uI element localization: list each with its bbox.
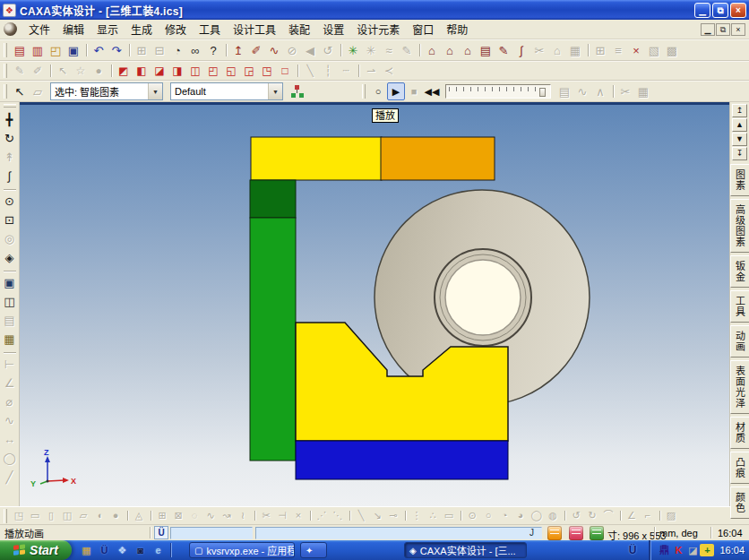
red-spline-icon[interactable]: ∫: [512, 41, 530, 59]
record-button[interactable]: ○: [369, 82, 387, 100]
open-file-icon[interactable]: ◰: [47, 41, 65, 59]
camera-icon[interactable]: ▣: [1, 273, 19, 292]
undo-icon[interactable]: ↶: [90, 41, 108, 59]
target-view-icon[interactable]: ◈: [1, 248, 19, 267]
menu-modify[interactable]: 修改: [159, 20, 193, 39]
ime-icon-orange[interactable]: [547, 526, 562, 540]
menu-help[interactable]: 帮助: [440, 20, 474, 39]
tab-material[interactable]: 材质: [730, 417, 749, 449]
task-unknown[interactable]: ✦: [300, 542, 327, 558]
tab-sheet-metal[interactable]: 钣金: [730, 255, 749, 288]
render-mode-3-icon[interactable]: ◪: [151, 62, 168, 80]
tabs-scroll-up[interactable]: ▲: [732, 118, 747, 132]
new-file-icon[interactable]: ▤: [11, 41, 29, 59]
save-file-icon[interactable]: ▣: [65, 41, 82, 59]
rewind-button[interactable]: ◀◀: [423, 82, 441, 100]
find-icon[interactable]: ∞: [186, 41, 204, 59]
new-sheet-icon[interactable]: ▥: [29, 41, 47, 59]
tabs-scroll-down[interactable]: ▼: [732, 133, 747, 146]
combo-dropdown-icon[interactable]: ▼: [148, 83, 162, 99]
ql-media-icon[interactable]: ▦: [80, 544, 93, 557]
ime-icon-pink[interactable]: [569, 526, 583, 540]
tab-tools[interactable]: 工具: [730, 290, 749, 323]
render-mode-1-icon[interactable]: ◩: [115, 62, 133, 80]
curve-tool-icon[interactable]: ∿: [265, 41, 283, 59]
play-button[interactable]: ▶: [387, 82, 405, 100]
red-pen-edit-icon[interactable]: ✎: [495, 41, 512, 59]
ql-kingsoft-icon[interactable]: Ü: [98, 544, 111, 557]
doc-minimize-button[interactable]: ▁: [701, 23, 715, 36]
toolbar-grip[interactable]: [4, 84, 7, 99]
snapshot-icon[interactable]: ◫: [1, 292, 19, 311]
render-settings-icon[interactable]: ▦: [1, 330, 19, 349]
tray-kav-icon[interactable]: 鼎: [657, 544, 671, 556]
zoom-window-icon[interactable]: ⊡: [1, 211, 19, 229]
render-mode-8-icon[interactable]: ◲: [240, 62, 258, 80]
toolbar-grip[interactable]: [4, 64, 7, 78]
top-bar-yellow[interactable]: [251, 137, 382, 180]
menu-view[interactable]: 显示: [90, 20, 125, 39]
top-bar-orange[interactable]: [381, 137, 495, 180]
cylinder-bore[interactable]: [445, 260, 521, 335]
base-blue[interactable]: [296, 441, 508, 479]
menu-window[interactable]: 窗口: [406, 20, 440, 39]
toolbar-grip[interactable]: [4, 43, 7, 57]
column-green[interactable]: [250, 218, 296, 461]
tab-animation[interactable]: 动画: [730, 325, 749, 358]
doc-restore-button[interactable]: ⧉: [716, 23, 730, 36]
toolbar-grip[interactable]: [4, 509, 7, 523]
render-mode-5-icon[interactable]: ◫: [186, 62, 204, 80]
combo-dropdown-icon[interactable]: ▼: [268, 83, 282, 99]
redo-icon[interactable]: ↷: [108, 41, 125, 59]
tab-color[interactable]: 颜色: [730, 487, 749, 519]
tab-bump[interactable]: 凸痕: [730, 452, 749, 484]
render-mode-10-icon[interactable]: □: [276, 62, 294, 80]
tabs-scroll-bottom[interactable]: ↧: [732, 147, 747, 160]
tab-surface-finish[interactable]: 表面光泽: [730, 360, 749, 414]
tray-ime-icon[interactable]: Ü: [629, 544, 637, 556]
tab-advanced-elements[interactable]: 高级图素: [730, 199, 749, 253]
select-arrow-icon[interactable]: ↖: [11, 82, 29, 100]
tabs-scroll-top[interactable]: ↥: [732, 104, 747, 117]
toolbar-grip[interactable]: [362, 84, 366, 99]
tray-k-icon[interactable]: K: [671, 544, 685, 556]
menu-settings[interactable]: 设置: [316, 20, 350, 39]
context-help-icon[interactable]: ?: [204, 41, 222, 59]
render-mode-2-icon[interactable]: ◧: [133, 62, 151, 80]
menu-tools[interactable]: 工具: [193, 20, 227, 39]
roof-view-1-icon[interactable]: ⌂: [423, 41, 441, 59]
roof-view-2-icon[interactable]: ⌂: [441, 41, 459, 59]
ql-app-icon[interactable]: ◙: [133, 544, 147, 557]
tool-x-icon[interactable]: ×: [627, 41, 645, 59]
ime-icon-green[interactable]: [590, 526, 604, 540]
close-button[interactable]: ×: [730, 3, 746, 18]
pan-icon[interactable]: ╋: [1, 110, 19, 129]
menu-edit[interactable]: 编辑: [56, 20, 90, 39]
menu-design-tools[interactable]: 设计工具: [227, 20, 282, 39]
extrude-tool-icon[interactable]: ↥: [229, 41, 247, 59]
smart-render-icon[interactable]: ✳: [344, 41, 362, 59]
render-mode-7-icon[interactable]: ◱: [222, 62, 240, 80]
tray-update-icon[interactable]: ◪: [685, 544, 700, 556]
column-top-dark-green[interactable]: [250, 180, 296, 218]
markup-book-icon[interactable]: ▤: [477, 41, 495, 59]
menu-assembly[interactable]: 装配: [282, 20, 316, 39]
scene-tree-icon[interactable]: [288, 84, 305, 99]
toolbar-grip[interactable]: [4, 104, 16, 108]
ql-messenger-icon[interactable]: ❖: [116, 544, 129, 557]
start-button[interactable]: Start: [0, 540, 72, 560]
style-combo[interactable]: Default ▼: [170, 82, 283, 100]
menu-file[interactable]: 文件: [22, 20, 56, 39]
draw-tool-icon[interactable]: ✐: [247, 41, 265, 59]
ime-indicator-icon[interactable]: Ü: [154, 526, 168, 539]
menu-design-elements[interactable]: 设计元素: [350, 20, 406, 39]
menu-generate[interactable]: 生成: [125, 20, 159, 39]
zoom-icon[interactable]: ⊙: [1, 192, 19, 211]
rotate-view-icon[interactable]: ↻: [1, 129, 19, 148]
render-mode-9-icon[interactable]: ◳: [258, 62, 276, 80]
tray-plus-icon[interactable]: +: [700, 544, 714, 556]
render-mode-6-icon[interactable]: ◰: [204, 62, 222, 80]
task-caxa[interactable]: ◈ CAXA实体设计 - [三...: [404, 542, 527, 558]
minimize-button[interactable]: ▁: [694, 3, 710, 18]
timer-icon[interactable]: ◔: [168, 41, 186, 59]
